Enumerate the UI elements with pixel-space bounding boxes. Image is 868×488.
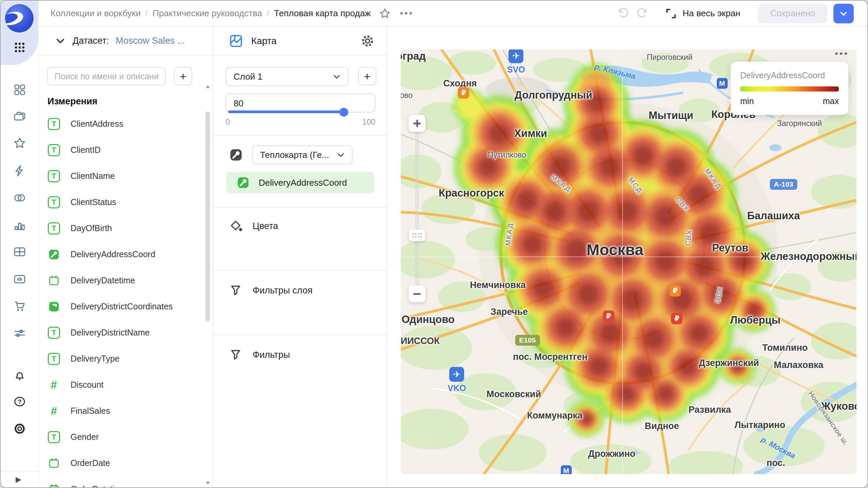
field-row-DeliveryDistrictName[interactable]: TDeliveryDistrictName [38, 320, 204, 346]
save-dropdown-button[interactable] [833, 4, 854, 23]
field-row-Discount[interactable]: #Discount [38, 372, 204, 398]
zoom-slider-handle[interactable] [409, 229, 425, 241]
chevron-down-icon [839, 9, 848, 18]
map-settings-panel: Карта Слой 1 + 80 0 100 [213, 27, 387, 487]
search-input[interactable] [47, 67, 166, 85]
layer-filters-section[interactable]: Фильтры слоя [229, 284, 313, 297]
undo-icon[interactable] [617, 7, 629, 20]
dataset-name-link[interactable]: Moscow Sales ... [116, 36, 185, 46]
datasets-icon[interactable] [13, 245, 26, 259]
services-icon[interactable] [13, 326, 26, 340]
zoom-out-button[interactable] [409, 285, 426, 302]
text-field-icon: T [47, 431, 60, 444]
opacity-slider[interactable] [228, 110, 373, 113]
add-layer-button[interactable]: + [358, 67, 376, 85]
star-icon[interactable] [379, 7, 391, 20]
geotype-select[interactable]: Теплокарта (Ге... [252, 145, 353, 164]
geopoint-field-icon [47, 248, 60, 261]
slider-knob[interactable] [339, 108, 348, 117]
field-row-DeliveryType[interactable]: TDeliveryType [38, 346, 204, 372]
text-field-icon: T [47, 222, 60, 235]
ellipsis-icon[interactable]: ••• [400, 8, 413, 19]
charts-icon[interactable] [13, 218, 26, 232]
geofield-chip[interactable]: DeliveryAddressCoord [226, 172, 374, 194]
field-row-OrderDatetime[interactable]: OrderDatetime [38, 476, 204, 487]
breadcrumb-guides[interactable]: Практические руководства [153, 8, 262, 19]
datalens-logo[interactable] [5, 4, 34, 33]
dataset-scrollbar[interactable] [205, 85, 211, 485]
date-field-icon [47, 274, 60, 287]
map-canvas[interactable]: ЗеленоградПироговскийр. КлязьмаСходняёхо… [401, 49, 856, 474]
colors-section[interactable]: Цвета [229, 219, 278, 233]
breadcrumb: Коллекции и воркбуки / Практические руко… [51, 8, 371, 19]
chevron-down-icon[interactable] [55, 36, 66, 46]
field-label: DeliveryDatetime [71, 276, 135, 285]
layer-select[interactable]: Слой 1 [225, 67, 349, 86]
scrollbar-thumb[interactable] [205, 111, 210, 322]
dimensions-section-title: Измерения [47, 96, 97, 107]
map-gridline [622, 49, 623, 474]
legend-min-label: min [740, 96, 754, 106]
field-row-FinalSales[interactable]: #FinalSales [38, 398, 204, 424]
apps-grid-icon[interactable] [13, 41, 26, 54]
text-field-icon: T [47, 352, 60, 365]
breadcrumb-collections[interactable]: Коллекции и воркбуки [51, 8, 141, 19]
geopoint-icon [236, 176, 250, 189]
connections-icon[interactable] [13, 191, 26, 205]
map-ellipsis-icon[interactable]: ••• [835, 49, 849, 59]
number-field-icon: # [47, 379, 60, 391]
svg-text:?: ? [18, 398, 21, 405]
saved-button[interactable]: Сохранено [758, 4, 827, 23]
date-field-icon [47, 457, 60, 470]
heatmap-legend: DeliveryAddressCoord min max [731, 62, 848, 115]
field-label: OrderDate [71, 458, 110, 468]
field-label: DeliveryAddressCoord [71, 249, 155, 259]
field-row-DeliveryAddressCoord[interactable]: DeliveryAddressCoord [38, 241, 204, 267]
geopoint-icon [229, 148, 243, 162]
quick-actions-icon[interactable] [13, 164, 26, 178]
field-row-ClientID[interactable]: TClientID [38, 137, 204, 163]
collections-icon[interactable] [13, 110, 26, 123]
colors-section-label: Цвета [253, 221, 278, 231]
filters-label: Фильтры [253, 350, 290, 360]
gear-icon[interactable] [361, 34, 374, 48]
expand-panel-icon[interactable]: ▶ [16, 475, 21, 484]
field-row-ClientName[interactable]: TClientName [38, 163, 204, 189]
notifications-icon[interactable] [13, 368, 26, 382]
field-row-ClientAddress[interactable]: TClientAddress [38, 111, 204, 137]
field-row-DayOfBirth[interactable]: TDayOfBirth [38, 215, 204, 241]
storage-icon[interactable] [13, 272, 26, 286]
dashboards-icon[interactable] [13, 83, 26, 97]
legend-title: DeliveryAddressCoord [740, 70, 839, 80]
field-row-DeliveryDatetime[interactable]: DeliveryDatetime [38, 267, 204, 293]
opacity-control[interactable]: 80 [225, 94, 375, 113]
help-icon[interactable]: ? [13, 395, 26, 408]
text-field-icon: T [47, 196, 60, 209]
text-field-icon: T [47, 170, 60, 183]
paint-bucket-icon [229, 219, 242, 233]
chevron-down-icon [336, 150, 345, 159]
fullscreen-label: На весь экран [683, 8, 740, 19]
scroll-down-icon[interactable] [206, 482, 210, 485]
field-row-DeliveryDistrictCoordinates[interactable]: DeliveryDistrictCoordinates [38, 293, 204, 320]
settings-icon[interactable] [13, 422, 26, 435]
add-field-button[interactable]: + [174, 67, 192, 85]
map-chart-icon [229, 34, 243, 48]
favorites-icon[interactable] [13, 136, 26, 150]
scroll-up-icon[interactable] [206, 85, 210, 88]
fullscreen-button[interactable]: На весь экран [665, 7, 740, 20]
text-field-icon: T [47, 144, 60, 157]
geotype-select-value: Теплокарта (Ге... [260, 150, 329, 160]
opacity-value: 80 [234, 98, 243, 109]
field-row-Gender[interactable]: TGender [38, 424, 204, 450]
zoom-in-button[interactable] [409, 115, 426, 132]
field-row-ClientStatus[interactable]: TClientStatus [38, 189, 204, 215]
left-rail: ? ▶ [1, 1, 39, 487]
dataset-panel: Датасет: Moscow Sales ... + Измерения TC… [38, 27, 213, 487]
filters-section[interactable]: Фильтры [229, 348, 290, 362]
marketplace-icon[interactable] [13, 299, 26, 313]
redo-icon[interactable] [636, 7, 649, 20]
section-divider [213, 334, 387, 335]
field-row-OrderDate[interactable]: OrderDate [38, 450, 204, 476]
legend-max-label: max [823, 96, 839, 106]
